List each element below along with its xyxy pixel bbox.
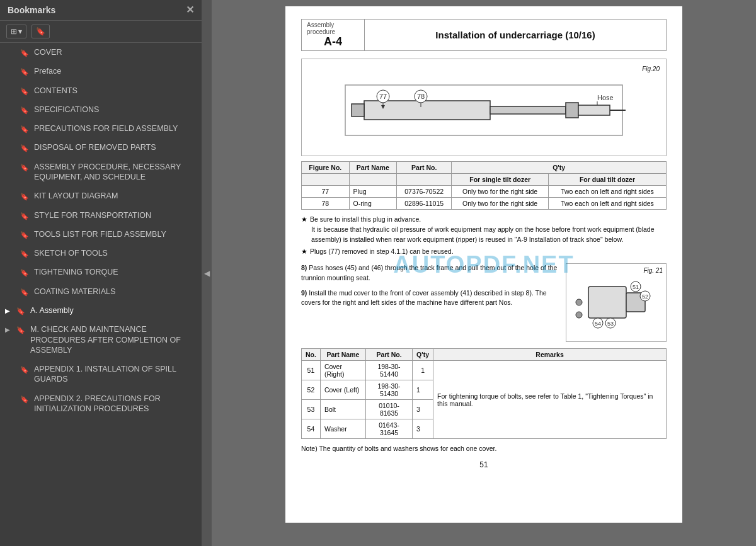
bookmark-coating[interactable]: 🔖 COATING MATERIALS bbox=[0, 282, 202, 301]
bookmark-assembly-proc[interactable]: 🔖 ASSEMBLY PROCEDURE, NECESSARY EQUIPMEN… bbox=[0, 157, 202, 187]
cell-name-52: Cover (Left) bbox=[320, 380, 365, 400]
step9-number: 9) bbox=[301, 289, 307, 297]
parts-row-78: 78 O-ring 02896-11015 Only two for the r… bbox=[302, 198, 667, 210]
svg-rect-5 bbox=[578, 105, 610, 115]
bookmark-sketch-tools[interactable]: 🔖 SKETCH OF TOOLS bbox=[0, 244, 202, 263]
fig21-svg: 54 53 51 52 bbox=[570, 274, 664, 337]
col-sub-partno bbox=[397, 174, 452, 186]
bookmark-assembly[interactable]: ▶ 🔖 A. Assembly bbox=[0, 301, 202, 320]
bookmarks-panel: Bookmarks ✕ ⊞ ▾ 🔖 🔖 COVER 🔖 Preface 🔖 CO… bbox=[0, 0, 202, 546]
cell-qty-51: 1 bbox=[413, 361, 433, 380]
cell-single-77: Only two for the right side bbox=[452, 186, 549, 198]
step9-text: 9) Install the mud cover to the front of… bbox=[301, 288, 559, 309]
cell-single-78: Only two for the right side bbox=[452, 198, 549, 210]
bookmark-preface[interactable]: 🔖 Preface bbox=[0, 62, 202, 81]
bookmark-add-button[interactable]: 🔖 bbox=[32, 25, 50, 38]
bookmark-label-contents: CONTENTS bbox=[34, 86, 195, 96]
bookmark-appendix1[interactable]: 🔖 APPENDIX 1. INSTALLATION OF SPILL GUAR… bbox=[0, 360, 202, 389]
svg-text:77: 77 bbox=[379, 93, 387, 100]
bookmark-icon-coating: 🔖 bbox=[20, 288, 29, 297]
step-text-area: 8) Pass hoses (45) and (46) through the … bbox=[301, 263, 559, 308]
bookmark-label-coating: COATING MATERIALS bbox=[34, 287, 195, 297]
fig21-diagram: Fig. 21 54 53 51 52 bbox=[566, 263, 667, 342]
cell-partno-54: 01643-31645 bbox=[365, 419, 412, 439]
bookmark-label-disposal: DISPOSAL OF REMOVED PARTS bbox=[34, 142, 195, 152]
cell-no-53: 53 bbox=[302, 400, 321, 419]
bookmark-tools-list[interactable]: 🔖 TOOLS LIST FOR FIELD ASSEMBLY bbox=[0, 225, 202, 244]
document-page: AUTOPDF.NET Assembly procedure A-4 Insta… bbox=[285, 6, 682, 523]
bookmark-contents[interactable]: 🔖 CONTENTS bbox=[0, 81, 202, 100]
bookmarks-title: Bookmarks bbox=[8, 5, 55, 15]
col-bottom-qty: Q'ty bbox=[413, 349, 433, 361]
col-header-partno: Part No. bbox=[397, 162, 452, 174]
parts-table-bottom: No. Part Name Part No. Q'ty Remarks 51 C… bbox=[301, 348, 667, 439]
cell-no-51: 51 bbox=[302, 361, 321, 380]
note-bottom: Note) The quantity of bolts and washers … bbox=[301, 444, 667, 454]
col-header-qty: Q'ty bbox=[452, 162, 667, 174]
bookmark-label-check-maint: M. CHECK AND MAINTENANCE PROCEDURES AFTE… bbox=[30, 324, 195, 355]
col-sub-dual: For dual tilt dozer bbox=[548, 174, 666, 186]
bookmark-icon-disposal: 🔖 bbox=[20, 144, 29, 152]
bookmark-icon-preface: 🔖 bbox=[20, 67, 29, 76]
cell-name-54: Washer bbox=[320, 419, 365, 439]
svg-rect-4 bbox=[566, 103, 578, 118]
main-area: ◀ AUTOPDF.NET Assembly procedure A-4 Ins… bbox=[202, 0, 756, 546]
svg-text:78: 78 bbox=[417, 93, 425, 100]
cell-partno-51: 198-30-51440 bbox=[365, 361, 412, 380]
cell-dual-78: Two each on left and right sides bbox=[548, 198, 666, 210]
bookmark-style-transport[interactable]: 🔖 STYLE FOR TRANSPORTATION bbox=[0, 206, 202, 225]
cell-name-51: Cover (Right) bbox=[320, 361, 365, 380]
bookmark-kit-layout[interactable]: 🔖 KIT LAYOUT DIAGRAM bbox=[0, 186, 202, 205]
bookmark-tightening[interactable]: 🔖 TIGHTENING TORQUE bbox=[0, 263, 202, 282]
svg-text:53: 53 bbox=[607, 321, 614, 327]
bookmark-check-maint[interactable]: ▶ 🔖 M. CHECK AND MAINTENANCE PROCEDURES … bbox=[0, 320, 202, 360]
bookmark-label-precautions: PRECAUTIONS FOR FIELD ASSEMBLY bbox=[34, 123, 195, 134]
proc-label: Assembly procedure bbox=[307, 21, 359, 35]
step8-number: 8) bbox=[301, 264, 307, 271]
step8-text: 8) Pass hoses (45) and (46) through the … bbox=[301, 263, 559, 283]
step8-content: Pass hoses (45) and (46) through the tra… bbox=[301, 264, 557, 282]
bookmark-label-specifications: SPECIFICATIONS bbox=[34, 105, 195, 115]
bookmark-label-appendix1: APPENDIX 1. INSTALLATION OF SPILL GUARDS bbox=[34, 364, 195, 385]
collapse-panel-button[interactable]: ◀ bbox=[202, 0, 212, 546]
bookmark-label-style-transport: STYLE FOR TRANSPORTATION bbox=[34, 210, 195, 220]
collapse-arrow-icon: ◀ bbox=[204, 269, 210, 278]
steps-section: 8) Pass hoses (45) and (46) through the … bbox=[301, 263, 667, 342]
col-sub-name bbox=[349, 174, 397, 186]
bottom-row-51: 51 Cover (Right) 198-30-51440 1 For tigh… bbox=[302, 361, 667, 380]
bookmark-label-assembly-proc: ASSEMBLY PROCEDURE, NECESSARY EQUIPMENT,… bbox=[34, 162, 195, 183]
cell-name-77: Plug bbox=[349, 186, 397, 198]
bookmarks-toolbar: ⊞ ▾ 🔖 bbox=[0, 21, 202, 43]
col-bottom-remarks: Remarks bbox=[433, 349, 667, 361]
col-bottom-partno: Part No. bbox=[365, 349, 412, 361]
col-bottom-no: No. bbox=[302, 349, 321, 361]
cell-fig-78: 78 bbox=[302, 198, 350, 210]
svg-rect-15 bbox=[588, 287, 626, 318]
page-number: 51 bbox=[301, 460, 667, 469]
document-viewer[interactable]: AUTOPDF.NET Assembly procedure A-4 Insta… bbox=[212, 0, 756, 546]
bookmark-cover[interactable]: 🔖 COVER bbox=[0, 43, 202, 62]
close-bookmarks-button[interactable]: ✕ bbox=[186, 5, 194, 15]
svg-rect-3 bbox=[490, 106, 566, 114]
svg-point-26 bbox=[576, 299, 582, 305]
cell-partno-78: 02896-11015 bbox=[397, 198, 452, 210]
cell-name-53: Bolt bbox=[320, 400, 365, 419]
page-header-table: Assembly procedure A-4 Installation of u… bbox=[301, 19, 667, 51]
page-title: Installation of undercarriage (10/16) bbox=[365, 20, 667, 51]
grid-icon: ⊞ bbox=[11, 27, 17, 36]
svg-rect-2 bbox=[352, 104, 364, 117]
bookmark-label-tools-list: TOOLS LIST FOR FIELD ASSEMBLY bbox=[34, 229, 195, 239]
bookmark-appendix2[interactable]: 🔖 APPENDIX 2. PRECAUTIONS FOR INITIALIZA… bbox=[0, 389, 202, 419]
svg-text:54: 54 bbox=[595, 321, 601, 327]
bookmark-icon-style-transport: 🔖 bbox=[20, 212, 29, 220]
bookmark-label-assembly: A. Assembly bbox=[30, 305, 195, 316]
bookmark-precautions[interactable]: 🔖 PRECAUTIONS FOR FIELD ASSEMBLY bbox=[0, 119, 202, 138]
step9-content: Install the mud cover to the front of co… bbox=[301, 289, 547, 307]
bookmark-label-cover: COVER bbox=[34, 47, 195, 57]
bookmark-icon-tightening: 🔖 bbox=[20, 268, 29, 277]
bookmark-specifications[interactable]: 🔖 SPECIFICATIONS bbox=[0, 100, 202, 119]
expand-all-button[interactable]: ⊞ ▾ bbox=[6, 25, 26, 38]
bookmark-label-preface: Preface bbox=[34, 66, 195, 76]
bookmark-label-sketch-tools: SKETCH OF TOOLS bbox=[34, 248, 195, 258]
bookmark-disposal[interactable]: 🔖 DISPOSAL OF REMOVED PARTS bbox=[0, 138, 202, 157]
